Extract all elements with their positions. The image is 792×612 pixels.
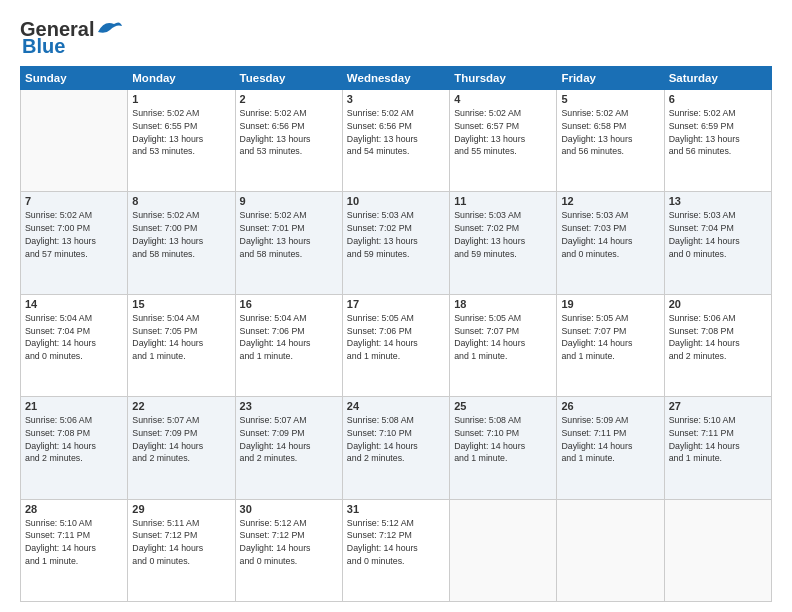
calendar-cell: [450, 499, 557, 601]
week-row-3: 14Sunrise: 5:04 AM Sunset: 7:04 PM Dayli…: [21, 294, 772, 396]
day-number: 19: [561, 298, 659, 310]
weekday-header-saturday: Saturday: [664, 67, 771, 90]
day-info: Sunrise: 5:02 AM Sunset: 6:56 PM Dayligh…: [240, 107, 338, 158]
day-number: 21: [25, 400, 123, 412]
day-number: 13: [669, 195, 767, 207]
day-info: Sunrise: 5:08 AM Sunset: 7:10 PM Dayligh…: [454, 414, 552, 465]
day-number: 23: [240, 400, 338, 412]
calendar-cell: 30Sunrise: 5:12 AM Sunset: 7:12 PM Dayli…: [235, 499, 342, 601]
calendar-cell: 24Sunrise: 5:08 AM Sunset: 7:10 PM Dayli…: [342, 397, 449, 499]
calendar-cell: 28Sunrise: 5:10 AM Sunset: 7:11 PM Dayli…: [21, 499, 128, 601]
day-number: 6: [669, 93, 767, 105]
calendar-cell: 22Sunrise: 5:07 AM Sunset: 7:09 PM Dayli…: [128, 397, 235, 499]
day-number: 29: [132, 503, 230, 515]
day-number: 28: [25, 503, 123, 515]
day-info: Sunrise: 5:11 AM Sunset: 7:12 PM Dayligh…: [132, 517, 230, 568]
calendar-cell: 4Sunrise: 5:02 AM Sunset: 6:57 PM Daylig…: [450, 90, 557, 192]
calendar-cell: 16Sunrise: 5:04 AM Sunset: 7:06 PM Dayli…: [235, 294, 342, 396]
day-number: 14: [25, 298, 123, 310]
day-number: 4: [454, 93, 552, 105]
day-info: Sunrise: 5:02 AM Sunset: 6:58 PM Dayligh…: [561, 107, 659, 158]
week-row-1: 1Sunrise: 5:02 AM Sunset: 6:55 PM Daylig…: [21, 90, 772, 192]
day-info: Sunrise: 5:06 AM Sunset: 7:08 PM Dayligh…: [669, 312, 767, 363]
day-info: Sunrise: 5:10 AM Sunset: 7:11 PM Dayligh…: [669, 414, 767, 465]
day-info: Sunrise: 5:02 AM Sunset: 6:55 PM Dayligh…: [132, 107, 230, 158]
day-number: 7: [25, 195, 123, 207]
logo-blue: Blue: [22, 35, 65, 58]
calendar-cell: 3Sunrise: 5:02 AM Sunset: 6:56 PM Daylig…: [342, 90, 449, 192]
day-number: 22: [132, 400, 230, 412]
day-number: 26: [561, 400, 659, 412]
logo: General Blue: [20, 18, 124, 58]
weekday-header-row: SundayMondayTuesdayWednesdayThursdayFrid…: [21, 67, 772, 90]
calendar-cell: 31Sunrise: 5:12 AM Sunset: 7:12 PM Dayli…: [342, 499, 449, 601]
page: General Blue SundayMondayTuesdayWednesda…: [0, 0, 792, 612]
day-number: 3: [347, 93, 445, 105]
calendar-cell: 17Sunrise: 5:05 AM Sunset: 7:06 PM Dayli…: [342, 294, 449, 396]
calendar-cell: 11Sunrise: 5:03 AM Sunset: 7:02 PM Dayli…: [450, 192, 557, 294]
week-row-5: 28Sunrise: 5:10 AM Sunset: 7:11 PM Dayli…: [21, 499, 772, 601]
day-number: 31: [347, 503, 445, 515]
day-info: Sunrise: 5:03 AM Sunset: 7:03 PM Dayligh…: [561, 209, 659, 260]
calendar-table: SundayMondayTuesdayWednesdayThursdayFrid…: [20, 66, 772, 602]
weekday-header-friday: Friday: [557, 67, 664, 90]
day-number: 11: [454, 195, 552, 207]
calendar-cell: 19Sunrise: 5:05 AM Sunset: 7:07 PM Dayli…: [557, 294, 664, 396]
weekday-header-thursday: Thursday: [450, 67, 557, 90]
weekday-header-tuesday: Tuesday: [235, 67, 342, 90]
calendar-cell: 12Sunrise: 5:03 AM Sunset: 7:03 PM Dayli…: [557, 192, 664, 294]
day-info: Sunrise: 5:03 AM Sunset: 7:02 PM Dayligh…: [347, 209, 445, 260]
day-number: 15: [132, 298, 230, 310]
week-row-2: 7Sunrise: 5:02 AM Sunset: 7:00 PM Daylig…: [21, 192, 772, 294]
day-number: 25: [454, 400, 552, 412]
calendar-cell: 21Sunrise: 5:06 AM Sunset: 7:08 PM Dayli…: [21, 397, 128, 499]
calendar-cell: 20Sunrise: 5:06 AM Sunset: 7:08 PM Dayli…: [664, 294, 771, 396]
day-info: Sunrise: 5:05 AM Sunset: 7:07 PM Dayligh…: [454, 312, 552, 363]
calendar-cell: 18Sunrise: 5:05 AM Sunset: 7:07 PM Dayli…: [450, 294, 557, 396]
day-info: Sunrise: 5:10 AM Sunset: 7:11 PM Dayligh…: [25, 517, 123, 568]
logo-bird-icon: [96, 18, 124, 38]
day-info: Sunrise: 5:07 AM Sunset: 7:09 PM Dayligh…: [132, 414, 230, 465]
day-info: Sunrise: 5:02 AM Sunset: 6:59 PM Dayligh…: [669, 107, 767, 158]
calendar-cell: 8Sunrise: 5:02 AM Sunset: 7:00 PM Daylig…: [128, 192, 235, 294]
day-info: Sunrise: 5:02 AM Sunset: 7:00 PM Dayligh…: [25, 209, 123, 260]
calendar-cell: 1Sunrise: 5:02 AM Sunset: 6:55 PM Daylig…: [128, 90, 235, 192]
day-info: Sunrise: 5:09 AM Sunset: 7:11 PM Dayligh…: [561, 414, 659, 465]
calendar-cell: [557, 499, 664, 601]
day-number: 16: [240, 298, 338, 310]
weekday-header-wednesday: Wednesday: [342, 67, 449, 90]
calendar-cell: 27Sunrise: 5:10 AM Sunset: 7:11 PM Dayli…: [664, 397, 771, 499]
weekday-header-monday: Monday: [128, 67, 235, 90]
calendar-cell: 10Sunrise: 5:03 AM Sunset: 7:02 PM Dayli…: [342, 192, 449, 294]
day-info: Sunrise: 5:02 AM Sunset: 7:01 PM Dayligh…: [240, 209, 338, 260]
calendar-cell: 29Sunrise: 5:11 AM Sunset: 7:12 PM Dayli…: [128, 499, 235, 601]
day-info: Sunrise: 5:02 AM Sunset: 7:00 PM Dayligh…: [132, 209, 230, 260]
weekday-header-sunday: Sunday: [21, 67, 128, 90]
day-info: Sunrise: 5:03 AM Sunset: 7:04 PM Dayligh…: [669, 209, 767, 260]
calendar-cell: 15Sunrise: 5:04 AM Sunset: 7:05 PM Dayli…: [128, 294, 235, 396]
calendar-cell: 13Sunrise: 5:03 AM Sunset: 7:04 PM Dayli…: [664, 192, 771, 294]
day-number: 30: [240, 503, 338, 515]
calendar-cell: 25Sunrise: 5:08 AM Sunset: 7:10 PM Dayli…: [450, 397, 557, 499]
calendar-cell: 2Sunrise: 5:02 AM Sunset: 6:56 PM Daylig…: [235, 90, 342, 192]
header: General Blue: [20, 18, 772, 58]
day-info: Sunrise: 5:04 AM Sunset: 7:06 PM Dayligh…: [240, 312, 338, 363]
day-info: Sunrise: 5:12 AM Sunset: 7:12 PM Dayligh…: [240, 517, 338, 568]
day-number: 2: [240, 93, 338, 105]
calendar-cell: 23Sunrise: 5:07 AM Sunset: 7:09 PM Dayli…: [235, 397, 342, 499]
day-info: Sunrise: 5:12 AM Sunset: 7:12 PM Dayligh…: [347, 517, 445, 568]
week-row-4: 21Sunrise: 5:06 AM Sunset: 7:08 PM Dayli…: [21, 397, 772, 499]
day-number: 17: [347, 298, 445, 310]
day-info: Sunrise: 5:06 AM Sunset: 7:08 PM Dayligh…: [25, 414, 123, 465]
day-number: 1: [132, 93, 230, 105]
day-info: Sunrise: 5:08 AM Sunset: 7:10 PM Dayligh…: [347, 414, 445, 465]
day-number: 9: [240, 195, 338, 207]
day-number: 8: [132, 195, 230, 207]
calendar-cell: 26Sunrise: 5:09 AM Sunset: 7:11 PM Dayli…: [557, 397, 664, 499]
day-number: 5: [561, 93, 659, 105]
day-info: Sunrise: 5:02 AM Sunset: 6:57 PM Dayligh…: [454, 107, 552, 158]
day-info: Sunrise: 5:05 AM Sunset: 7:06 PM Dayligh…: [347, 312, 445, 363]
day-number: 27: [669, 400, 767, 412]
day-number: 12: [561, 195, 659, 207]
day-info: Sunrise: 5:03 AM Sunset: 7:02 PM Dayligh…: [454, 209, 552, 260]
